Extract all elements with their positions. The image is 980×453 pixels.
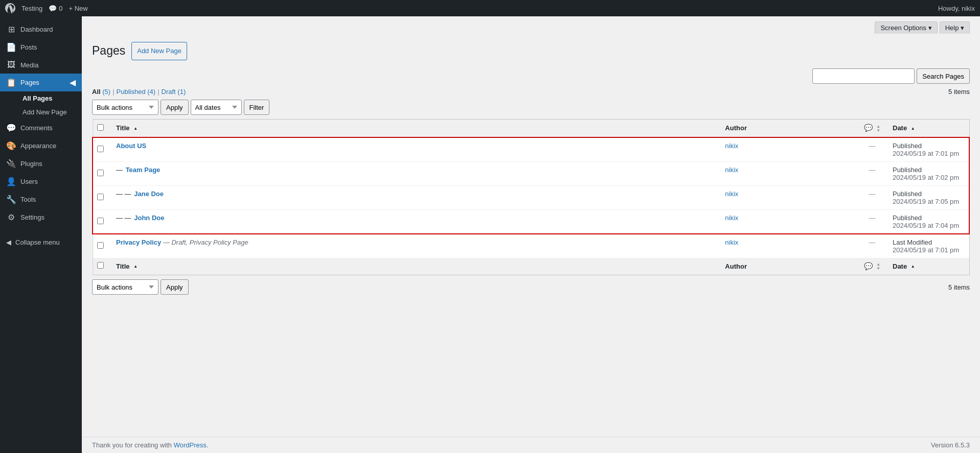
- submenu-item-all-pages[interactable]: All Pages: [0, 91, 82, 105]
- media-icon: 🖼: [6, 60, 16, 69]
- sidebar-item-posts[interactable]: 📄 Posts: [0, 38, 82, 56]
- date-sort-icon: ▲: [911, 127, 915, 131]
- sidebar-item-tools[interactable]: 🔧 Tools: [0, 190, 82, 208]
- sidebar-item-appearance[interactable]: 🎨 Appearance: [0, 137, 82, 155]
- author-link[interactable]: nikix: [725, 166, 738, 174]
- row-author-cell: nikix: [720, 185, 857, 209]
- row-title-cell: Privacy Policy — Draft, Privacy Policy P…: [111, 234, 720, 258]
- row-date-cell: Published 2024/05/19 at 7:04 pm: [887, 209, 969, 234]
- sidebar-item-label: Posts: [20, 43, 37, 51]
- page-title-link[interactable]: Privacy Policy: [116, 239, 161, 246]
- add-new-page-button[interactable]: Add New Page: [131, 42, 187, 60]
- admin-bar-site[interactable]: Testing: [21, 5, 42, 12]
- date-value: 2024/05/19 at 7:01 pm: [893, 246, 964, 254]
- screen-options-button[interactable]: Screen Options ▾: [875, 21, 937, 34]
- col-title-footer[interactable]: Title ▲: [111, 258, 720, 275]
- row-checkbox-cell[interactable]: [93, 137, 111, 162]
- row-checkbox[interactable]: [97, 218, 104, 224]
- author-link[interactable]: nikix: [725, 239, 738, 246]
- page-title-link[interactable]: Team Page: [126, 166, 161, 174]
- apply-button-top[interactable]: Apply: [161, 100, 189, 115]
- sidebar-item-pages[interactable]: 📋 Pages ◀: [0, 74, 82, 91]
- col-title-header[interactable]: Title ▲: [111, 120, 720, 137]
- row-checkbox[interactable]: [97, 194, 104, 200]
- main-content: Screen Options ▾ Help ▾ Pages Add New Pa…: [82, 16, 980, 453]
- col-comments-header[interactable]: 💬 ▲ ▼: [857, 120, 887, 137]
- col-author-header[interactable]: Author: [720, 120, 857, 137]
- col-comments-footer[interactable]: 💬 ▲ ▼: [857, 258, 887, 275]
- sidebar-item-comments[interactable]: 💬 Comments: [0, 119, 82, 137]
- admin-bar-new[interactable]: + New: [69, 5, 87, 12]
- col-author-footer[interactable]: Author: [720, 258, 857, 275]
- row-checkbox[interactable]: [97, 242, 104, 249]
- footer-text: Thank you for creating with WordPress.: [92, 441, 208, 449]
- filter-all-link[interactable]: All (5): [92, 88, 110, 96]
- filter-published-link[interactable]: Published (4): [117, 88, 156, 96]
- sidebar-item-label: Plugins: [20, 160, 42, 168]
- select-all-checkbox-top[interactable]: [97, 124, 104, 131]
- page-title-link[interactable]: About US: [116, 142, 146, 150]
- wordpress-link[interactable]: WordPress: [174, 441, 207, 449]
- search-pages-button[interactable]: Search Pages: [917, 68, 970, 84]
- table-row: — — Jane Doe nikix — Published 2024/05/1…: [93, 185, 969, 209]
- row-author-cell: nikix: [720, 209, 857, 234]
- date-status: Published: [893, 214, 964, 222]
- comments-value: —: [869, 214, 876, 222]
- col-date-header[interactable]: Date ▲: [887, 120, 969, 137]
- users-icon: 👤: [6, 177, 16, 186]
- help-button[interactable]: Help ▾: [940, 21, 970, 34]
- row-author-cell: nikix: [720, 234, 857, 258]
- collapse-label: Collapse menu: [15, 239, 60, 246]
- sidebar-item-label: Users: [20, 178, 38, 185]
- page-status: — Draft, Privacy Policy Page: [163, 239, 248, 246]
- appearance-icon: 🎨: [6, 141, 16, 151]
- page-filter-links: All (5) | Published (4) | Draft (1): [92, 88, 186, 96]
- dates-select-top[interactable]: All dates: [191, 100, 242, 115]
- items-count-top: 5 items: [948, 88, 970, 96]
- sidebar-item-dashboard[interactable]: ⊞ Dashboard: [0, 20, 82, 38]
- row-checkbox-cell[interactable]: [93, 209, 111, 234]
- bulk-actions-select-bottom[interactable]: Bulk actions: [92, 279, 158, 295]
- page-title-link[interactable]: Jane Doe: [134, 190, 164, 198]
- admin-bar-howdy: Howdy, nikix: [938, 5, 975, 12]
- author-link[interactable]: nikix: [725, 214, 738, 222]
- admin-bar: Testing 💬 0 + New Howdy, nikix: [0, 0, 980, 16]
- date-value: 2024/05/19 at 7:05 pm: [893, 198, 964, 205]
- sidebar-item-label: Pages: [20, 79, 39, 86]
- date-value: 2024/05/19 at 7:02 pm: [893, 174, 964, 181]
- row-checkbox-cell[interactable]: [93, 185, 111, 209]
- dashboard-icon: ⊞: [6, 25, 16, 34]
- row-checkbox[interactable]: [97, 146, 104, 152]
- search-row: Search Pages: [92, 68, 970, 84]
- submenu-item-add-new-page[interactable]: Add New Page: [0, 105, 82, 119]
- collapse-menu-button[interactable]: ◀ Collapse menu: [0, 234, 82, 250]
- wp-logo-icon[interactable]: [5, 3, 15, 13]
- col-date-footer[interactable]: Date ▲: [887, 258, 969, 275]
- search-input[interactable]: [812, 68, 915, 84]
- sidebar-item-media[interactable]: 🖼 Media: [0, 56, 82, 74]
- author-link[interactable]: nikix: [725, 190, 738, 198]
- sidebar-item-label: Comments: [20, 124, 53, 132]
- title-sort-icon-footer: ▲: [133, 265, 138, 269]
- filter-draft-link[interactable]: Draft (1): [162, 88, 186, 96]
- page-title-link[interactable]: John Doe: [134, 214, 164, 222]
- sidebar-item-settings[interactable]: ⚙ Settings: [0, 208, 82, 226]
- row-comments-cell: —: [857, 234, 887, 258]
- bulk-actions-select-top[interactable]: Bulk actions: [92, 100, 158, 115]
- col-check-all[interactable]: [93, 120, 111, 137]
- filter-button-top[interactable]: Filter: [244, 100, 270, 115]
- row-checkbox[interactable]: [97, 170, 104, 176]
- author-link[interactable]: nikix: [725, 142, 738, 150]
- sidebar-item-users[interactable]: 👤 Users: [0, 173, 82, 190]
- select-all-checkbox-bottom[interactable]: [97, 262, 104, 269]
- admin-bar-comments[interactable]: 💬 0: [49, 5, 62, 12]
- col-check-all-bottom[interactable]: [93, 258, 111, 275]
- sidebar-item-label: Settings: [20, 213, 44, 221]
- row-checkbox-cell[interactable]: [93, 234, 111, 258]
- row-date-cell: Published 2024/05/19 at 7:05 pm: [887, 185, 969, 209]
- apply-button-bottom[interactable]: Apply: [161, 279, 189, 295]
- pages-icon: 📋: [6, 78, 16, 87]
- row-date-cell: Published 2024/05/19 at 7:01 pm: [887, 137, 969, 162]
- sidebar-item-plugins[interactable]: 🔌 Plugins: [0, 155, 82, 173]
- row-checkbox-cell[interactable]: [93, 161, 111, 185]
